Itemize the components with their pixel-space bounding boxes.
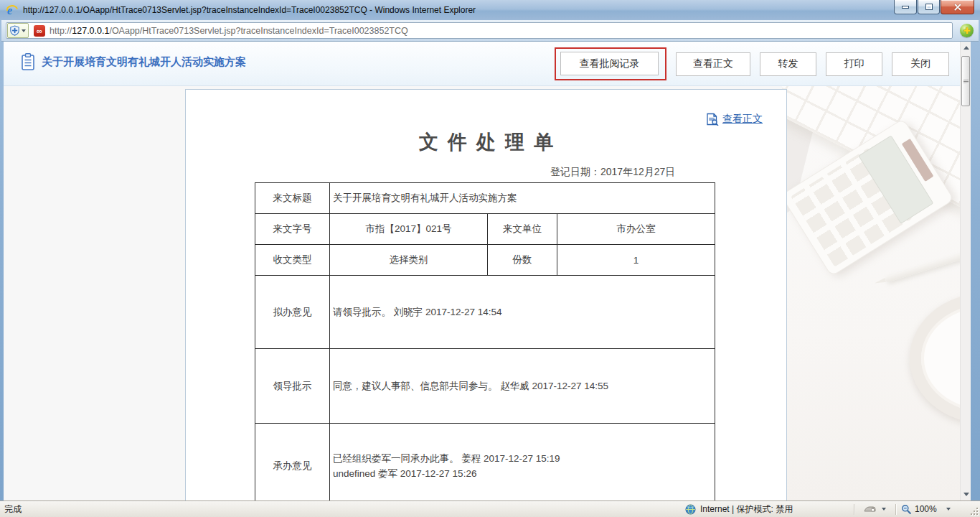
maximize-icon bbox=[925, 4, 933, 10]
row-value: 同意，建议人事部、信息部共同参与。 赵华威 2017-12-27 14:55 bbox=[330, 349, 715, 424]
document-process-table: 来文标题 关于开展培育文明有礼城开人活动实施方案 来文字号 市指【2017】02… bbox=[255, 182, 715, 500]
row-value: 市办公室 bbox=[557, 214, 715, 245]
row-value: 1 bbox=[557, 245, 715, 276]
statusbar-separator bbox=[854, 504, 854, 515]
zone-text: Internet | 保护模式: 禁用 bbox=[700, 503, 793, 516]
arrow-up-icon bbox=[963, 46, 969, 50]
row-label: 承办意见 bbox=[255, 424, 330, 501]
row-value: 关于开展培育文明有礼城开人活动实施方案 bbox=[330, 183, 715, 214]
row-value: 已经组织娄军一同承办此事。 姜程 2017-12-27 15:19 undefi… bbox=[330, 424, 715, 501]
view-body-link[interactable]: 查看正文 bbox=[706, 113, 763, 126]
plugin-go-icon[interactable]: ✚ bbox=[960, 24, 974, 37]
security-zone: Internet | 保护模式: 禁用 bbox=[685, 503, 849, 516]
table-row: 领导批示 同意，建议人事部、信息部共同参与。 赵华威 2017-12-27 14… bbox=[255, 349, 715, 424]
row-label: 来文字号 bbox=[255, 214, 330, 245]
row-value: 请领导批示。 刘晓宇 2017-12-27 14:54 bbox=[330, 276, 715, 349]
shield-plus-icon bbox=[10, 25, 19, 36]
table-row: 来文字号 市指【2017】021号 来文单位 市办公室 bbox=[255, 214, 715, 245]
scroll-down-button[interactable] bbox=[961, 488, 971, 500]
zoom-dropdown-icon bbox=[946, 508, 951, 511]
row-label: 收文类型 bbox=[255, 245, 330, 276]
browser-viewport: 关于开展培育文明有礼城开人活动实施方案 查看批阅记录 查看正文 转发 打印 关闭 bbox=[4, 42, 971, 500]
row-value: 市指【2017】021号 bbox=[330, 214, 488, 245]
row-label: 来文标题 bbox=[255, 183, 330, 214]
window-title: http://127.0.0.1/OAapp/HtTrace0713Servle… bbox=[23, 5, 476, 15]
view-review-records-button[interactable]: 查看批阅记录 bbox=[560, 52, 659, 75]
document-magnifier-icon bbox=[706, 113, 719, 126]
row-label: 拟办意见 bbox=[255, 276, 330, 349]
url-input[interactable]: ∞ http://127.0.0.1/OAapp/HtTrace0713Serv… bbox=[6, 22, 953, 39]
row-value: 选择类别 bbox=[330, 245, 488, 276]
table-row: 来文标题 关于开展培育文明有礼城开人活动实施方案 bbox=[255, 183, 715, 214]
vertical-scrollbar[interactable] bbox=[960, 42, 971, 500]
ie-logo-icon: e bbox=[6, 4, 18, 17]
status-bar: 完成 Internet | 保护模式: 禁用 100% bbox=[0, 500, 980, 517]
statusbar-separator bbox=[895, 504, 896, 515]
form-sheet: 查看正文 文件处理单 登记日期：2017年12月27日 来文标题 关于开展培育文… bbox=[185, 89, 787, 500]
addon-dropdown-icon bbox=[22, 29, 26, 32]
table-row: 拟办意见 请领导批示。 刘晓宇 2017-12-27 14:54 bbox=[255, 276, 715, 349]
protection-dropdown-icon bbox=[882, 508, 886, 511]
close-icon bbox=[953, 4, 962, 11]
magnifier-icon bbox=[901, 504, 912, 515]
window-titlebar[interactable]: e http://127.0.0.1/OAapp/HtTrace0713Serv… bbox=[0, 0, 980, 20]
register-date: 登记日期：2017年12月27日 bbox=[550, 166, 675, 179]
desk-photo-background bbox=[782, 86, 960, 500]
table-row: 承办意见 已经组织娄军一同承办此事。 姜程 2017-12-27 15:19 u… bbox=[255, 424, 715, 501]
forward-button[interactable]: 转发 bbox=[760, 52, 816, 76]
row-label: 份数 bbox=[488, 245, 557, 276]
table-row: 收文类型 选择类别 份数 1 bbox=[255, 245, 715, 276]
photo-cup bbox=[910, 293, 960, 424]
protection-pane[interactable] bbox=[859, 505, 890, 514]
document-area: 查看正文 文件处理单 登记日期：2017年12月27日 来文标题 关于开展培育文… bbox=[4, 86, 960, 500]
form-title: 文件处理单 bbox=[186, 129, 786, 155]
photo-pen bbox=[885, 237, 960, 282]
page-title: 关于开展培育文明有礼城开人活动实施方案 bbox=[42, 55, 246, 69]
close-button[interactable] bbox=[941, 0, 974, 14]
globe-icon bbox=[685, 504, 696, 515]
annotation-red-box: 查看批阅记录 bbox=[555, 47, 666, 80]
filter-shield-icon bbox=[864, 505, 876, 514]
document-toolbar: 关于开展培育文明有礼城开人活动实施方案 查看批阅记录 查看正文 转发 打印 关闭 bbox=[4, 42, 971, 86]
zoom-level: 100% bbox=[915, 504, 937, 514]
close-page-button[interactable]: 关闭 bbox=[892, 52, 949, 76]
resize-grip[interactable] bbox=[969, 507, 979, 517]
view-body-button[interactable]: 查看正文 bbox=[676, 52, 750, 76]
print-button[interactable]: 打印 bbox=[826, 52, 882, 76]
document-clipboard-icon bbox=[21, 53, 35, 71]
scroll-up-button[interactable] bbox=[961, 42, 971, 54]
toolbar-buttons: 查看批阅记录 查看正文 转发 打印 关闭 bbox=[555, 42, 949, 86]
minimize-button[interactable] bbox=[894, 0, 917, 14]
addon-shield-button[interactable] bbox=[7, 23, 29, 38]
scrollbar-thumb[interactable] bbox=[961, 56, 970, 106]
site-favicon-icon: ∞ bbox=[34, 25, 45, 37]
status-text: 完成 bbox=[4, 503, 685, 516]
maximize-button[interactable] bbox=[918, 0, 940, 14]
arrow-down-icon bbox=[963, 493, 969, 496]
row-label: 来文单位 bbox=[488, 214, 557, 245]
minimize-icon bbox=[902, 6, 909, 9]
zoom-control[interactable]: 100% bbox=[901, 504, 963, 515]
row-label: 领导批示 bbox=[255, 349, 330, 424]
url-text: http://127.0.0.1/OAapp/HtTrace0713Servle… bbox=[50, 26, 408, 36]
address-bar: ∞ http://127.0.0.1/OAapp/HtTrace0713Serv… bbox=[1, 20, 979, 42]
